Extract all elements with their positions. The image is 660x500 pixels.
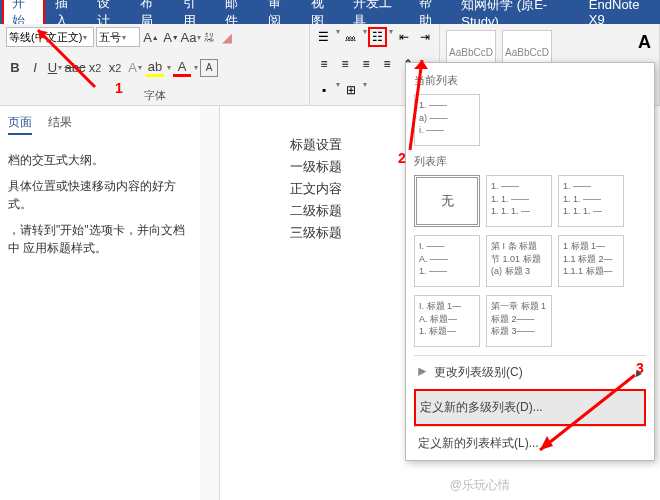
list-thumb[interactable]: 第 I 条 标题节 1.01 标题(a) 标题 3	[486, 235, 552, 287]
superscript-icon[interactable]: x2	[106, 59, 124, 77]
text-effects-icon[interactable]: A▾	[126, 59, 144, 77]
shading-icon[interactable]: ▪	[314, 80, 334, 100]
font-size-select[interactable]: 五号▾	[96, 27, 140, 47]
popup-current-header: 当前列表	[414, 73, 646, 88]
nav-text-3: ，请转到"开始"选项卡，并向文档中 应用标题样式。	[8, 221, 192, 257]
font-family-select[interactable]: 等线(中文正文)▾	[6, 27, 94, 47]
decrease-indent-icon[interactable]: ⇤	[394, 27, 414, 47]
popup-library-header: 列表库	[414, 154, 646, 169]
clear-format-icon[interactable]: ◢	[218, 28, 236, 46]
change-list-level[interactable]: ⯈更改列表级别(C)▸	[414, 355, 646, 389]
navigation-pane: 页面 结果 档的交互式大纲。 具体位置或快速移动内容的好方式。 ，请转到"开始"…	[0, 106, 200, 273]
bold-icon[interactable]: B	[6, 59, 24, 77]
align-right-icon[interactable]: ≡	[356, 54, 376, 74]
subscript-icon[interactable]: x2	[86, 59, 104, 77]
grow-font-icon[interactable]: A▲	[142, 28, 160, 46]
nav-tab-results[interactable]: 结果	[48, 114, 72, 135]
define-new-list-style[interactable]: 定义新的列表样式(L)...	[414, 426, 646, 460]
font-group: 等线(中文正文)▾ 五号▾ A▲ A▼ Aa▾ ㍊ ◢ B I U▾ abc x…	[0, 24, 310, 105]
strike-icon[interactable]: abc	[66, 59, 84, 77]
list-thumb-current[interactable]: 1. ——a) ——i. ——	[414, 94, 480, 146]
font-group-label: 字体	[6, 88, 303, 103]
define-new-multilevel-list[interactable]: 定义新的多级列表(D)...	[414, 389, 646, 426]
nav-text-2: 具体位置或快速移动内容的好方式。	[8, 177, 192, 213]
change-case-icon[interactable]: Aa▾	[182, 28, 200, 46]
phonetic-icon[interactable]: ㍊	[202, 28, 216, 46]
shrink-font-icon[interactable]: A▼	[162, 28, 180, 46]
list-thumb[interactable]: 第一章 标题 1标题 2——标题 3——	[486, 295, 552, 347]
list-thumb-none[interactable]: 无	[414, 175, 480, 227]
multilevel-list-popup: 当前列表 1. ——a) ——i. —— 列表库 无 1. ——1. 1. ——…	[405, 62, 655, 461]
nav-tab-pages[interactable]: 页面	[8, 114, 32, 135]
numbering-icon[interactable]: ⅏	[341, 27, 361, 47]
justify-icon[interactable]: ≡	[377, 54, 397, 74]
borders-icon[interactable]: ⊞	[341, 80, 361, 100]
list-thumb[interactable]: 1. ——1. 1. ——1. 1. 1. —	[558, 175, 624, 227]
list-thumb[interactable]: 1. ——1. 1. ——1. 1. 1. —	[486, 175, 552, 227]
vertical-ruler	[200, 106, 220, 500]
underline-icon[interactable]: U▾	[46, 59, 64, 77]
highlight-icon[interactable]: ab	[146, 59, 164, 77]
char-border-icon[interactable]: A	[200, 59, 218, 77]
nav-text-1: 档的交互式大纲。	[8, 151, 192, 169]
align-left-icon[interactable]: ≡	[314, 54, 334, 74]
italic-icon[interactable]: I	[26, 59, 44, 77]
list-thumb[interactable]: I. ——A. ——1. ——	[414, 235, 480, 287]
increase-indent-icon[interactable]: ⇥	[415, 27, 435, 47]
ribbon-tabs: 开始 插入 设计 布局 引用 邮件 审阅 视图 开发工具 帮助 知网研学 (原E…	[0, 0, 660, 24]
multilevel-list-icon[interactable]: ☷	[368, 27, 388, 47]
list-thumb[interactable]: 1 标题 1—1.1 标题 2—1.1.1 标题—	[558, 235, 624, 287]
watermark: @乐玩心情	[450, 477, 510, 494]
align-center-icon[interactable]: ≡	[335, 54, 355, 74]
font-color-icon[interactable]: A	[173, 59, 191, 77]
bullets-icon[interactable]: ☰	[314, 27, 334, 47]
list-thumb[interactable]: I. 标题 1—A. 标题—1. 标题—	[414, 295, 480, 347]
